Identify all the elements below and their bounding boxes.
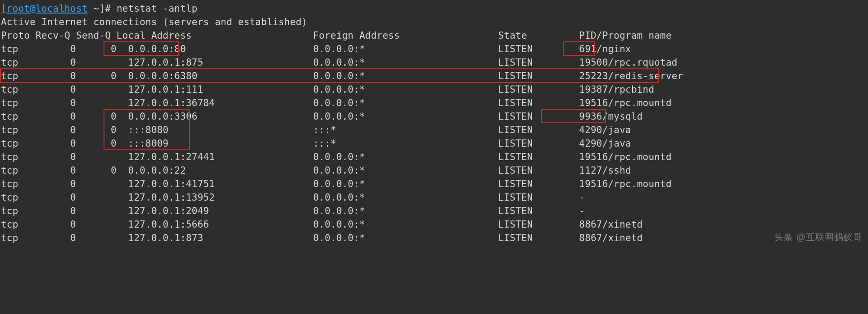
table-row: tcp 0 127.0.0.1:41751 0.0.0.0:* LISTEN 1… — [1, 177, 867, 191]
connections-header: Active Internet connections (servers and… — [1, 15, 867, 29]
table-row: tcp 0 0 0.0.0.0:6380 0.0.0.0:* LISTEN 25… — [1, 69, 867, 83]
table-row: tcp 0 127.0.0.1:27441 0.0.0.0:* LISTEN 1… — [1, 150, 867, 164]
column-headers: Proto Recv-Q Send-Q Local Address Foreig… — [1, 29, 867, 42]
table-row: tcp 0 127.0.0.1:36784 0.0.0.0:* LISTEN 1… — [1, 96, 867, 110]
prompt-user: [root@localhost — [1, 3, 88, 14]
prompt-line: [root@localhost ~]# netstat -antlp — [1, 2, 867, 15]
table-row: tcp 0 0 :::8080 :::* LISTEN 4290/java — [1, 123, 867, 137]
table-row: tcp 0 127.0.0.1:13952 0.0.0.0:* LISTEN - — [1, 191, 867, 204]
prompt-command: netstat -antlp — [117, 3, 198, 14]
table-row: tcp 0 127.0.0.1:2049 0.0.0.0:* LISTEN - — [1, 204, 867, 218]
terminal-output: [root@localhost ~]# netstat -antlpActive… — [0, 0, 868, 247]
table-row: tcp 0 0 0.0.0.0:3306 0.0.0.0:* LISTEN 99… — [1, 110, 867, 123]
table-row: tcp 0 127.0.0.1:875 0.0.0.0:* LISTEN 195… — [1, 56, 867, 69]
prompt-path: ~]# — [88, 3, 117, 14]
table-row: tcp 0 127.0.0.1:111 0.0.0.0:* LISTEN 193… — [1, 83, 867, 96]
table-row: tcp 0 127.0.0.1:873 0.0.0.0:* LISTEN 886… — [1, 231, 867, 245]
table-row: tcp 0 127.0.0.1:5666 0.0.0.0:* LISTEN 88… — [1, 218, 867, 231]
table-row: tcp 0 0 :::8009 :::* LISTEN 4290/java — [1, 137, 867, 150]
table-row: tcp 0 0 0.0.0.0:22 0.0.0.0:* LISTEN 1127… — [1, 164, 867, 177]
table-row: tcp 0 0 0.0.0.0:80 0.0.0.0:* LISTEN 691/… — [1, 42, 867, 56]
